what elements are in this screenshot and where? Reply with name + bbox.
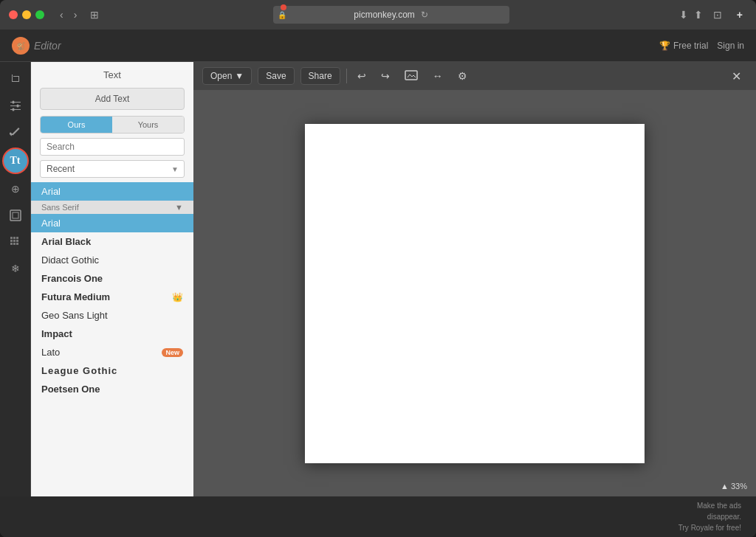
font-name-arial-sans: Arial — [41, 218, 61, 229]
font-item-didact-gothic[interactable]: Didact Gothic — [31, 251, 193, 269]
close-canvas-button[interactable]: ✕ — [726, 66, 747, 86]
new-tab-icon[interactable]: + — [732, 7, 747, 22]
free-trial-icon: 🏆 — [659, 41, 670, 51]
refresh-icon[interactable]: ↻ — [421, 10, 428, 20]
settings-button[interactable]: ⚙ — [453, 67, 472, 85]
maximize-window-button[interactable] — [35, 10, 44, 19]
ad-text: Make the ads disappear. Try Royale for f… — [678, 500, 741, 533]
font-section-sans-serif: Sans Serif ▼ — [31, 201, 193, 214]
white-canvas[interactable] — [305, 124, 645, 463]
font-item-arial-sans[interactable]: Arial — [31, 214, 193, 232]
font-name-arial-recent: Arial — [41, 186, 61, 197]
left-panel: Text Add Text Ours Yours Recent Sans Ser… — [31, 62, 193, 496]
download-icon[interactable]: ⬇ — [679, 9, 688, 21]
font-item-arial-black[interactable]: Arial Black — [31, 232, 193, 251]
font-name-league-gothic: League Gothic — [41, 365, 117, 376]
font-name-poetsen-one: Poetsen One — [41, 384, 100, 395]
section-label-sans-serif: Sans Serif — [41, 203, 79, 212]
open-label: Open — [210, 71, 232, 81]
fullscreen-icon[interactable]: ⊡ — [709, 7, 726, 22]
font-item-francois-one[interactable]: Francois One — [31, 269, 193, 288]
canvas-viewport: ▲ 33% — [193, 90, 756, 496]
tab-ours[interactable]: Ours — [41, 117, 112, 133]
flip-button[interactable]: ↔ — [428, 67, 447, 85]
new-badge-lato: New — [162, 348, 183, 357]
zoom-indicator: ▲ 33% — [721, 482, 747, 491]
browser-actions: ⬇ ⬆ ⊡ + — [679, 7, 747, 22]
svg-text:🐒: 🐒 — [16, 41, 26, 51]
add-text-button[interactable]: Add Text — [40, 88, 185, 110]
canvas-area: Open ▼ Save Share ↩ ↪ ↔ ⚙ — [193, 62, 756, 496]
address-bar-container: 🔒 picmonkey.com ↻ — [109, 6, 673, 24]
dropdown-arrow-sans-serif: ▼ — [175, 203, 183, 212]
back-button[interactable]: ‹ — [56, 7, 67, 22]
category-dropdown: Recent Sans Serif Serif Display ▼ — [40, 160, 185, 178]
font-item-impact[interactable]: Impact — [31, 325, 193, 343]
font-name-francois-one: Francois One — [41, 273, 103, 284]
font-name-geo-sans-light: Geo Sans Light — [41, 310, 108, 321]
bottom-bar: Make the ads disappear. Try Royale for f… — [0, 496, 756, 537]
app-name-label: Editor — [34, 40, 61, 52]
main-layout: Tt ⊕ ❄ Text Add Text — [0, 62, 756, 496]
svg-rect-2 — [10, 210, 21, 221]
sidebar-toggle-button[interactable]: ⊞ — [86, 7, 103, 22]
text-tool-button[interactable]: Tt — [2, 148, 29, 174]
font-item-geo-sans-light[interactable]: Geo Sans Light — [31, 306, 193, 325]
forward-button[interactable]: › — [70, 7, 81, 22]
minimize-window-button[interactable] — [22, 10, 31, 19]
close-window-button[interactable] — [9, 10, 18, 19]
adjust-tool-button[interactable] — [4, 94, 27, 118]
textures-tool-button[interactable] — [4, 230, 27, 254]
overlays-tool-button[interactable]: ⊕ — [4, 177, 27, 201]
app-logo: 🐒 Editor — [12, 37, 61, 55]
panel-title: Text — [31, 62, 193, 85]
zoom-level: 33% — [731, 482, 747, 491]
nav-buttons: ‹ › — [56, 7, 80, 22]
tab-yours[interactable]: Yours — [112, 117, 184, 133]
font-name-impact: Impact — [41, 328, 72, 339]
image-size-button[interactable] — [400, 67, 422, 86]
sign-in-link[interactable]: Sign in — [717, 41, 744, 51]
open-dropdown-icon: ▼ — [235, 71, 244, 81]
svg-rect-4 — [405, 71, 417, 80]
svg-rect-3 — [13, 212, 18, 218]
font-name-didact-gothic: Didact Gothic — [41, 254, 99, 266]
font-item-futura-medium[interactable]: Futura Medium 👑 — [31, 288, 193, 306]
top-nav-links: 🏆 Free trial Sign in — [659, 41, 744, 51]
browser-titlebar: ‹ › ⊞ 🔒 picmonkey.com ↻ ⬇ ⬆ ⊡ + — [0, 0, 756, 30]
open-button[interactable]: Open ▼ — [202, 67, 252, 85]
save-button[interactable]: Save — [258, 67, 294, 85]
lock-icon: 🔒 — [278, 11, 286, 19]
share-browser-icon[interactable]: ⬆ — [694, 9, 703, 21]
font-item-poetsen-one[interactable]: Poetsen One — [31, 380, 193, 398]
font-item-league-gothic[interactable]: League Gothic — [31, 361, 193, 380]
icon-toolbar: Tt ⊕ ❄ — [0, 62, 31, 496]
ad-line1: Make the ads — [678, 500, 741, 511]
app-content: 🐒 Editor 🏆 Free trial Sign in — [0, 30, 756, 537]
crown-badge-futura: 👑 — [172, 292, 183, 302]
frames-tool-button[interactable] — [4, 204, 27, 227]
fonts-list[interactable]: Arial Sans Serif ▼ Arial Arial Black — [31, 182, 193, 496]
font-search-input[interactable] — [40, 138, 185, 156]
touch-up-tool-button[interactable] — [4, 121, 27, 145]
free-trial-link[interactable]: 🏆 Free trial — [659, 41, 708, 51]
ad-line3: Try Royale for free! — [678, 522, 741, 533]
address-bar[interactable]: 🔒 picmonkey.com ↻ — [273, 6, 509, 24]
logo-icon: 🐒 — [12, 37, 30, 55]
notification-dot — [281, 4, 286, 10]
ad-line2: disappear. — [678, 511, 741, 522]
zoom-arrow-up-icon: ▲ — [721, 482, 729, 491]
canvas-toolbar: Open ▼ Save Share ↩ ↪ ↔ ⚙ — [193, 62, 756, 90]
effects-tool-button[interactable]: ❄ — [4, 257, 27, 280]
font-name-arial-black: Arial Black — [41, 236, 91, 247]
share-button[interactable]: Share — [300, 67, 340, 85]
traffic-lights — [9, 10, 44, 19]
crop-tool-button[interactable] — [4, 68, 27, 91]
font-item-lato[interactable]: Lato New — [31, 343, 193, 361]
category-select[interactable]: Recent Sans Serif Serif Display — [40, 160, 185, 178]
toolbar-separator-1 — [346, 69, 347, 83]
undo-button[interactable]: ↩ — [353, 67, 371, 85]
redo-button[interactable]: ↪ — [377, 67, 394, 85]
font-item-arial-recent[interactable]: Arial — [31, 182, 193, 201]
font-tabs: Ours Yours — [40, 116, 185, 134]
